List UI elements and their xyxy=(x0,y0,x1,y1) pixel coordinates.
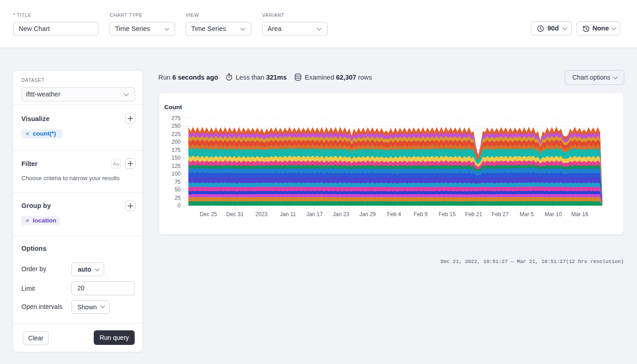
svg-text:2023: 2023 xyxy=(255,211,268,217)
svg-text:50: 50 xyxy=(175,187,181,193)
svg-text:Jan 17: Jan 17 xyxy=(306,211,323,217)
svg-text:Mar 5: Mar 5 xyxy=(520,211,534,217)
svg-text:Mar 10: Mar 10 xyxy=(545,211,562,217)
svg-text:Jan 29: Jan 29 xyxy=(359,211,376,217)
svg-text:Feb 9: Feb 9 xyxy=(414,211,428,217)
svg-text:Jan 23: Jan 23 xyxy=(333,211,349,217)
svg-text:Feb 4: Feb 4 xyxy=(387,211,401,217)
svg-text:150: 150 xyxy=(172,155,181,161)
svg-text:225: 225 xyxy=(172,131,181,137)
svg-text:Feb 27: Feb 27 xyxy=(492,211,509,217)
svg-text:75: 75 xyxy=(175,179,181,185)
svg-text:175: 175 xyxy=(172,147,181,153)
svg-text:Mar 16: Mar 16 xyxy=(571,211,589,217)
svg-text:Feb 21: Feb 21 xyxy=(465,211,482,217)
svg-text:Dec 25: Dec 25 xyxy=(200,211,217,217)
svg-text:Dec 31: Dec 31 xyxy=(226,211,243,217)
svg-text:275: 275 xyxy=(172,115,181,121)
svg-text:100: 100 xyxy=(172,171,181,177)
svg-text:125: 125 xyxy=(172,163,181,169)
svg-text:Jan 11: Jan 11 xyxy=(280,211,296,217)
svg-text:25: 25 xyxy=(175,195,181,201)
svg-text:200: 200 xyxy=(172,139,181,145)
svg-text:Feb 15: Feb 15 xyxy=(439,211,456,217)
svg-text:250: 250 xyxy=(172,123,181,129)
svg-text:0: 0 xyxy=(177,202,181,209)
